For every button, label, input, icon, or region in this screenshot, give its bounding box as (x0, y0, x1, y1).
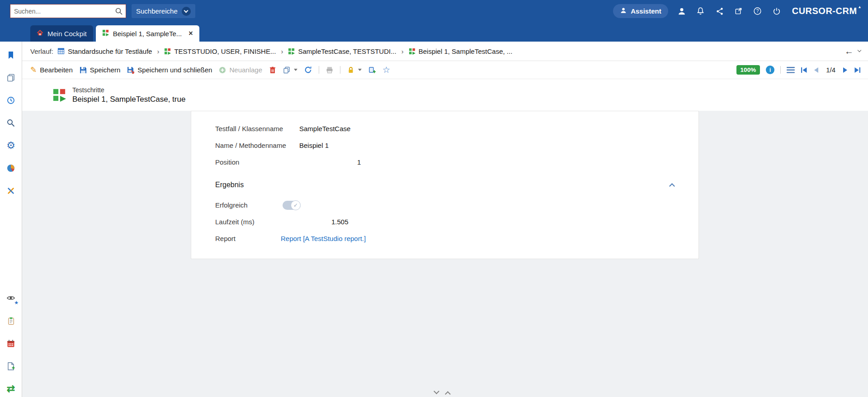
breadcrumb-separator: › (281, 47, 283, 55)
quality-badge: 100% (736, 65, 760, 75)
close-icon[interactable]: × (189, 30, 193, 37)
breadcrumb-separator: › (157, 47, 159, 55)
detail-card: Testfall / Klassenname SampleTestCase Na… (191, 111, 699, 259)
top-bar: Suchbereiche Assistent ? (0, 0, 868, 22)
save-button[interactable]: Speichern (80, 66, 121, 74)
sidebar-item-tools[interactable] (5, 185, 17, 196)
teststep-icon (409, 48, 415, 55)
assistent-label: Assistent (631, 7, 661, 15)
tab-cockpit-label: Mein Cockpit (47, 30, 87, 38)
info-icon[interactable]: i (766, 66, 774, 74)
field-erfolgreich: Erfolgreich ✓ (191, 197, 698, 213)
edit-button[interactable]: ✎ Bearbeiten (30, 65, 73, 75)
content-area: Testfall / Klassenname SampleTestCase Na… (22, 111, 868, 397)
sidebar-item-calendar[interactable] (5, 338, 17, 349)
notifications-bell-icon[interactable] (695, 6, 706, 17)
testrun-icon (164, 48, 171, 55)
help-icon[interactable]: ? (752, 6, 763, 17)
copy-record-button[interactable] (283, 66, 297, 74)
lock-icon (347, 66, 354, 74)
save-and-close-button[interactable]: Speichern und schließen (127, 66, 212, 74)
teststep-large-icon (52, 88, 66, 102)
field-label: Laufzeit (ms) (215, 218, 255, 226)
favorite-button[interactable]: ☆ (382, 65, 390, 75)
suchbereiche-button[interactable]: Suchbereiche (132, 4, 195, 18)
copy-icon (6, 73, 15, 82)
document-add-icon (6, 362, 15, 371)
open-external-icon[interactable] (733, 6, 744, 17)
save-close-icon (127, 66, 134, 74)
first-record-button[interactable] (801, 67, 807, 73)
breadcrumb-item-search[interactable]: Standardsuche für Testläufe (57, 47, 152, 55)
print-button[interactable] (326, 66, 333, 74)
share-icon[interactable] (714, 6, 725, 17)
chevron-down-icon (182, 7, 191, 16)
delete-button[interactable] (269, 66, 276, 74)
record-header: Testschritte Beispiel 1, SampleTestCase,… (22, 79, 868, 111)
erfolgreich-toggle[interactable]: ✓ (283, 201, 301, 210)
menu-button[interactable] (787, 67, 795, 73)
field-value: SampleTestCase (299, 125, 350, 132)
field-label: Position (215, 158, 239, 166)
plus-circle-icon (219, 66, 226, 74)
field-label: Testfall / Klassenname (215, 125, 283, 132)
sidebar-item-history[interactable] (5, 95, 17, 106)
account-icon[interactable] (676, 6, 687, 17)
field-label: Report (215, 235, 236, 242)
topbar-actions: Assistent ? CURSOR-CRM▲ (613, 4, 862, 18)
report-link[interactable]: Report [A TestStudio report.] (281, 235, 366, 242)
tab-record[interactable]: Beispiel 1, SampleTe... × (96, 25, 199, 42)
copy-icon (283, 66, 290, 74)
chevron-up-icon[interactable] (445, 391, 451, 397)
toolbar-divider (340, 66, 340, 74)
sidebar-item-bookmark[interactable] (5, 50, 17, 61)
gear-icon: ⚙ (6, 141, 15, 151)
assistent-button[interactable]: Assistent (613, 4, 668, 18)
toolbar-right-group: 100% i 1/4 (736, 65, 861, 75)
history-dropdown-icon[interactable] (858, 48, 861, 52)
sidebar-item-notes[interactable] (5, 316, 17, 326)
sidebar-item-search[interactable] (5, 118, 17, 128)
next-icon (843, 67, 848, 73)
tab-mein-cockpit[interactable]: Mein Cockpit (30, 25, 93, 42)
previous-icon (813, 67, 819, 73)
last-record-button[interactable] (854, 67, 861, 73)
sidebar-item-sync[interactable]: ⇄ (5, 383, 17, 394)
breadcrumb-item-testrun[interactable]: TESTSTUDIO, USER, FINISHE... (164, 47, 276, 55)
breadcrumb: Verlauf: Standardsuche für Testläufe › T… (22, 42, 868, 61)
pencil-icon: ✎ (30, 65, 37, 75)
breadcrumb-item-testcase[interactable]: SampleTestCase, TESTSTUDI... (288, 47, 396, 55)
sidebar-item-settings[interactable]: ⚙ (5, 140, 17, 151)
breadcrumb-item-teststep[interactable]: Beispiel 1, SampleTestCase, ... (409, 47, 513, 55)
field-value: Beispiel 1 (299, 142, 329, 149)
history-back-icon[interactable]: ← (844, 47, 854, 56)
hamburger-icon (787, 67, 795, 73)
refresh-button[interactable] (304, 66, 312, 74)
page-title: Beispiel 1, SampleTestCase, true (72, 95, 185, 104)
sidebar-item-new-document[interactable] (5, 361, 17, 372)
power-logout-icon[interactable] (771, 6, 782, 17)
add-relation-button[interactable] (368, 66, 376, 74)
lock-button[interactable] (347, 66, 362, 74)
search-input[interactable] (10, 5, 126, 18)
previous-record-button[interactable] (813, 67, 819, 73)
brand-logo: CURSOR-CRM▲ (792, 6, 862, 16)
chevron-up-icon (669, 183, 675, 189)
sidebar-item-copy[interactable] (5, 72, 17, 83)
pie-chart-icon (6, 164, 15, 173)
record-type-label: Testschritte (72, 86, 185, 94)
sidebar-item-watchlist[interactable]: ★ (5, 293, 17, 304)
field-report: Report Report [A TestStudio report.] (191, 230, 698, 247)
section-collapse-button[interactable] (667, 180, 677, 190)
brand-mark-icon: ▲ (858, 5, 862, 9)
calendar-icon (6, 339, 15, 348)
new-record-button[interactable]: Neuanlage (219, 66, 262, 74)
last-icon (854, 67, 861, 73)
global-search (10, 4, 126, 18)
chevron-down-icon[interactable] (434, 388, 439, 394)
next-record-button[interactable] (843, 67, 848, 73)
svg-text:?: ? (756, 9, 759, 14)
sidebar-item-reports[interactable] (5, 163, 17, 174)
left-sidebar: ⚙ ★ ⇄ (0, 42, 22, 397)
search-icon[interactable] (113, 6, 124, 17)
